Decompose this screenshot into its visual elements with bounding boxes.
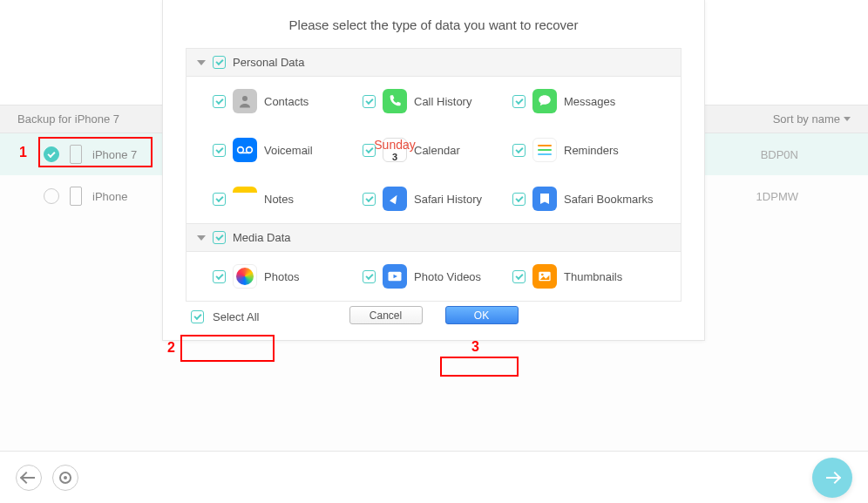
reminders-icon — [532, 138, 557, 162]
device-unselected-icon — [44, 188, 59, 204]
checkbox-safari-history[interactable] — [363, 193, 376, 206]
section-label: Media Data — [233, 231, 290, 244]
footer — [0, 451, 868, 503]
phone-icon — [70, 187, 82, 206]
thumbnails-icon — [532, 264, 557, 289]
safari-icon — [383, 187, 407, 211]
checkbox-notes[interactable] — [213, 193, 226, 206]
caret-down-icon — [197, 60, 206, 65]
data-item-messages[interactable]: Messages — [512, 89, 662, 113]
checkbox-photo-videos[interactable] — [363, 270, 376, 283]
gear-icon — [59, 472, 71, 484]
item-label: Photos — [264, 270, 299, 283]
item-label: Safari History — [414, 193, 482, 206]
checkbox-photos[interactable] — [213, 270, 226, 283]
data-item-voicemail[interactable]: Voicemail — [213, 138, 363, 162]
data-item-call-history[interactable]: Call History — [363, 89, 512, 113]
next-button[interactable] — [812, 458, 852, 498]
item-label: Calendar — [414, 144, 460, 157]
bookmarks-icon — [532, 187, 557, 211]
data-item-calendar[interactable]: Sunday3 Calendar — [363, 138, 512, 162]
data-item-contacts[interactable]: Contacts — [213, 89, 363, 113]
select-all-checkbox[interactable] — [191, 310, 204, 323]
svg-point-0 — [242, 96, 248, 101]
select-all-label: Select All — [213, 310, 259, 323]
section-checkbox-personal[interactable] — [213, 56, 226, 69]
sort-label: Sort by name — [773, 112, 840, 126]
photo-videos-icon — [383, 264, 407, 289]
device-name: iPhone — [92, 190, 127, 203]
item-label: Thumbnails — [564, 270, 622, 283]
sort-dropdown[interactable]: Sort by name — [773, 112, 851, 126]
section-checkbox-media[interactable] — [213, 231, 226, 244]
section-header-personal[interactable]: Personal Data — [186, 49, 681, 77]
arrow-left-icon — [23, 477, 35, 479]
data-item-safari-bookmarks[interactable]: Safari Bookmarks — [512, 187, 662, 211]
checkbox-call-history[interactable] — [363, 95, 376, 108]
settings-button[interactable] — [52, 465, 78, 491]
item-label: Safari Bookmarks — [564, 193, 654, 206]
device-serial: BDP0N — [761, 148, 798, 161]
modal-title: Please select the type of data you want … — [163, 0, 704, 48]
svg-point-1 — [238, 147, 244, 153]
svg-point-7 — [541, 274, 544, 276]
item-label: Call History — [414, 95, 471, 108]
item-label: Notes — [264, 193, 294, 206]
select-data-modal: Please select the type of data you want … — [162, 0, 705, 341]
messages-icon — [532, 89, 557, 113]
notes-icon — [233, 187, 257, 211]
caret-down-icon — [197, 235, 206, 241]
checkbox-safari-bookmarks[interactable] — [512, 193, 526, 206]
checkbox-contacts[interactable] — [213, 95, 226, 108]
contacts-icon — [233, 89, 257, 113]
checkbox-thumbnails[interactable] — [512, 270, 526, 283]
calendar-icon: Sunday3 — [383, 138, 407, 162]
checkbox-voicemail[interactable] — [213, 144, 226, 157]
back-button[interactable] — [16, 465, 42, 491]
annotation-number-2: 2 — [167, 340, 175, 356]
item-label: Voicemail — [264, 144, 313, 157]
item-label: Photo Videos — [414, 270, 481, 283]
annotation-number-1: 1 — [19, 145, 27, 160]
ok-button[interactable]: OK — [445, 306, 519, 324]
annotation-number-3: 3 — [471, 339, 479, 355]
phone-icon — [70, 145, 82, 164]
svg-point-2 — [247, 147, 253, 153]
checkbox-reminders[interactable] — [512, 144, 526, 157]
data-item-photos[interactable]: Photos — [213, 264, 363, 289]
item-label: Contacts — [264, 95, 309, 108]
data-item-thumbnails[interactable]: Thumbnails — [512, 264, 662, 289]
photos-icon — [233, 264, 257, 289]
chevron-down-icon — [844, 117, 851, 121]
arrow-right-icon — [826, 477, 838, 479]
data-item-reminders[interactable]: Reminders — [512, 138, 662, 162]
annotation-box-3 — [440, 357, 519, 377]
section-label: Personal Data — [233, 56, 304, 69]
voicemail-icon — [233, 138, 257, 162]
checkbox-messages[interactable] — [512, 95, 526, 108]
section-header-media[interactable]: Media Data — [186, 223, 681, 252]
toolbar-title: Backup for iPhone 7 — [17, 112, 119, 126]
data-item-notes[interactable]: Notes — [213, 187, 363, 211]
data-item-safari-history[interactable]: Safari History — [363, 187, 512, 211]
cancel-button[interactable]: Cancel — [349, 306, 423, 324]
device-selected-icon — [44, 146, 59, 162]
device-serial: 1DPMW — [756, 190, 798, 203]
call-icon — [383, 89, 407, 113]
data-item-photo-videos[interactable]: Photo Videos — [363, 264, 512, 289]
item-label: Reminders — [564, 144, 619, 157]
checkbox-calendar[interactable] — [363, 144, 376, 157]
item-label: Messages — [564, 95, 615, 108]
device-name: iPhone 7 — [92, 148, 137, 161]
